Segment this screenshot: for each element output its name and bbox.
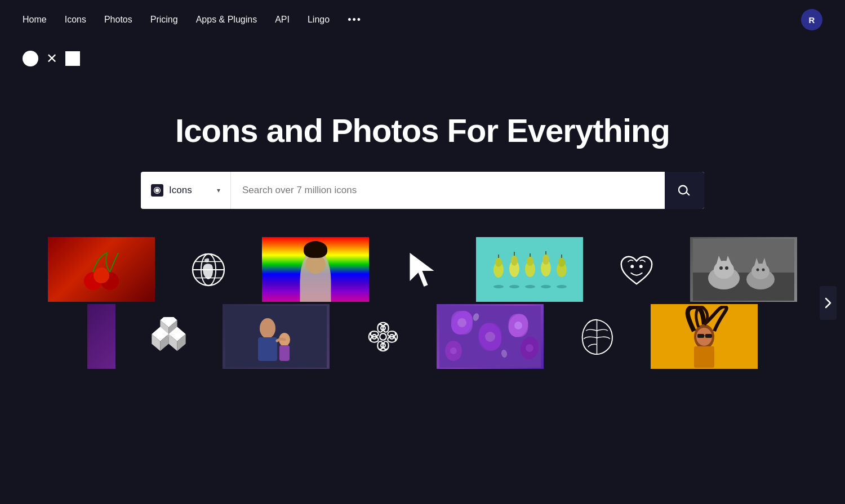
grid-row-1: [6, 237, 839, 302]
yellow-woman-svg: [653, 306, 755, 368]
flowers-photo: [437, 304, 544, 369]
svg-point-39: [751, 264, 770, 279]
image-grid: [0, 237, 845, 369]
noun-project-icon: [153, 186, 161, 194]
svg-rect-57: [279, 345, 290, 361]
svg-point-28: [630, 265, 634, 268]
svg-point-54: [260, 318, 275, 338]
logo-circle: [23, 51, 38, 66]
hero-title: Icons and Photos For Everything: [175, 111, 670, 149]
grid-row-2: [6, 304, 839, 369]
scroll-right-arrow[interactable]: [820, 286, 837, 320]
cats-photo: [690, 237, 797, 302]
nav-photos[interactable]: Photos: [104, 15, 132, 25]
navigation: Home Icons Photos Pricing Apps & Plugins…: [0, 0, 845, 39]
pears-svg: [484, 244, 575, 295]
nav-api[interactable]: API: [275, 15, 290, 25]
leaf-icon-item: [544, 304, 651, 369]
svg-point-62: [380, 333, 386, 340]
nav-pricing[interactable]: Pricing: [150, 15, 178, 25]
svg-rect-55: [258, 337, 277, 361]
yellow-woman-photo: [651, 304, 758, 369]
cherries-icon: [79, 244, 124, 295]
nav-icons[interactable]: Icons: [65, 15, 86, 25]
svg-rect-85: [705, 334, 712, 338]
svg-point-43: [762, 268, 765, 271]
cats-svg: [693, 239, 794, 301]
search-type-selector[interactable]: Icons ▾: [141, 172, 231, 209]
svg-point-23: [493, 285, 504, 288]
nav-lingo[interactable]: Lingo: [308, 15, 330, 25]
nav-home[interactable]: Home: [23, 15, 47, 25]
svg-point-21: [558, 258, 565, 267]
user-avatar[interactable]: R: [801, 9, 822, 30]
cursor-icon-item: [369, 237, 476, 302]
search-type-label: Icons: [169, 185, 192, 196]
svg-point-36: [719, 266, 723, 270]
search-input[interactable]: [231, 172, 665, 209]
svg-point-24: [509, 285, 519, 288]
logo-shapes: ✕: [0, 39, 845, 78]
hero-section: Icons and Photos For Everything Icons ▾: [0, 111, 845, 209]
nav-links: Home Icons Photos Pricing Apps & Plugins…: [23, 14, 362, 26]
nav-apps-plugins[interactable]: Apps & Plugins: [196, 15, 257, 25]
svg-point-37: [725, 266, 728, 270]
pears-photo: [476, 237, 583, 302]
svg-rect-31: [693, 273, 794, 301]
svg-point-12: [511, 256, 518, 266]
svg-rect-82: [694, 346, 714, 368]
svg-point-72: [514, 322, 522, 329]
cursor-icon: [403, 250, 442, 289]
svg-point-42: [757, 268, 759, 271]
family-svg: [225, 306, 327, 368]
logo-x: ✕: [44, 51, 60, 66]
svg-point-66: [457, 318, 466, 327]
svg-point-2: [94, 267, 109, 283]
rainbow-photo: [262, 237, 369, 302]
spiral-icon: [363, 317, 403, 356]
svg-rect-84: [697, 334, 704, 338]
svg-point-18: [542, 255, 549, 265]
heart-face-icon-item: [583, 237, 690, 302]
blocks-icon-item: [115, 304, 223, 369]
blocks-icon: [149, 317, 189, 356]
chevron-right-icon: [825, 297, 831, 309]
globe-icon-item: [155, 237, 262, 302]
spiral-icon-item: [330, 304, 437, 369]
svg-point-27: [557, 285, 567, 288]
svg-point-69: [485, 332, 495, 342]
leaf-icon: [577, 317, 617, 356]
search-icon: [678, 184, 691, 197]
search-bar: Icons ▾: [141, 172, 704, 209]
search-type-icon: [151, 184, 163, 197]
heart-face-icon: [617, 250, 656, 289]
nav-more-button[interactable]: •••: [348, 14, 362, 26]
svg-point-25: [525, 285, 535, 288]
svg-point-76: [526, 344, 533, 352]
logo-square: [65, 51, 80, 66]
search-type-chevron-icon: ▾: [217, 186, 220, 194]
family-photo: [223, 304, 330, 369]
svg-point-26: [541, 285, 551, 288]
purple-left-photo: [87, 304, 115, 369]
flowers-svg: [439, 306, 541, 368]
globe-icon: [189, 250, 228, 289]
svg-point-15: [527, 257, 533, 266]
svg-point-74: [450, 347, 457, 354]
svg-point-9: [495, 258, 502, 267]
search-button[interactable]: [665, 172, 704, 209]
svg-point-29: [639, 265, 643, 268]
cherries-photo: [48, 237, 155, 302]
